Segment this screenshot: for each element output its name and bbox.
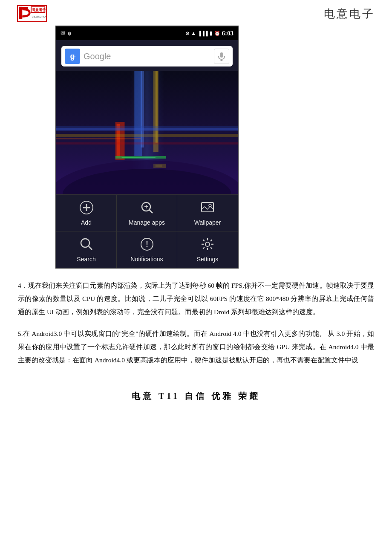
notifications-label: Notifications bbox=[130, 256, 163, 263]
logo-box: 電意電子 D.E.ELECTRONICS bbox=[17, 5, 47, 22]
status-time: 6:03 bbox=[222, 30, 234, 37]
svg-text:電意電子: 電意電子 bbox=[32, 8, 46, 12]
paragraph-2-text: 5.在 Android3.0 中可以实现窗口的"完全"的硬件加速绘制。而在 An… bbox=[18, 330, 374, 364]
status-left: ✉ ψ bbox=[61, 30, 71, 37]
add-label: Add bbox=[81, 219, 92, 226]
wallpaper-button[interactable]: Wallpaper bbox=[177, 195, 238, 231]
settings-label: Settings bbox=[197, 256, 219, 263]
google-search-bar[interactable]: g Google bbox=[61, 46, 233, 66]
notifications-icon: ! bbox=[140, 237, 154, 253]
wallpaper-area bbox=[56, 71, 238, 194]
svg-text:!: ! bbox=[146, 240, 148, 249]
svg-rect-29 bbox=[56, 138, 141, 139]
svg-line-40 bbox=[89, 246, 92, 250]
svg-rect-37 bbox=[202, 202, 213, 212]
svg-rect-8 bbox=[220, 52, 223, 58]
search-area: g Google bbox=[56, 40, 238, 71]
google-search-placeholder: Google bbox=[84, 52, 210, 61]
wallpaper-icon bbox=[201, 201, 214, 217]
svg-point-39 bbox=[81, 239, 89, 247]
alarm-icon: ⏰ bbox=[214, 31, 220, 36]
paragraph-1: 4．现在我们来关注窗口元素的内部渲染，实际上为了达到每秒 60 帧的 FPS,你… bbox=[18, 279, 374, 318]
manage-apps-button[interactable]: Manage apps bbox=[117, 195, 177, 231]
manage-apps-icon bbox=[140, 201, 154, 217]
svg-text:D.E.ELECTRONICS: D.E.ELECTRONICS bbox=[32, 16, 46, 18]
svg-rect-25 bbox=[130, 71, 164, 169]
add-button[interactable]: Add bbox=[56, 195, 117, 231]
add-icon bbox=[80, 201, 93, 217]
paragraph-1-text: 4．现在我们来关注窗口元素的内部渲染，实际上为了达到每秒 60 帧的 FPS,你… bbox=[18, 282, 374, 315]
wallpaper-label: Wallpaper bbox=[194, 219, 221, 226]
grid-row-2: Search ! Notifications Settings bbox=[56, 231, 238, 268]
brand-title: 电意电子 bbox=[324, 6, 375, 21]
main-content: 4．现在我们来关注窗口元素的内部渲染，实际上为了达到每秒 60 帧的 FPS,你… bbox=[0, 269, 392, 384]
phone-screenshot: ✉ ψ ⊘ ▲ ▐▐▐ ▮ ⏰ 6:03 g Google bbox=[55, 26, 239, 269]
email-icon: ✉ bbox=[61, 30, 65, 37]
page-header: 電意電子 D.E.ELECTRONICS 电意电子 bbox=[0, 0, 392, 26]
notifications-button[interactable]: ! Notifications bbox=[117, 231, 177, 268]
battery-icon: ▮ bbox=[210, 30, 213, 37]
svg-point-43 bbox=[205, 242, 210, 246]
manage-apps-label: Manage apps bbox=[129, 219, 165, 226]
status-right: ⊘ ▲ ▐▐▐ ▮ ⏰ 6:03 bbox=[185, 30, 233, 37]
svg-rect-26 bbox=[56, 142, 238, 145]
mic-icon[interactable] bbox=[214, 49, 229, 64]
status-bar: ✉ ψ ⊘ ▲ ▐▐▐ ▮ ⏰ 6:03 bbox=[56, 26, 238, 40]
settings-button[interactable]: Settings bbox=[177, 231, 238, 268]
google-g-icon: g bbox=[65, 49, 80, 64]
grid-row-1: Add Manage apps Wallpaper bbox=[56, 194, 238, 231]
signal-icon: ⊘ bbox=[185, 31, 189, 36]
search-button[interactable]: Search bbox=[56, 231, 117, 268]
paragraph-2: 5.在 Android3.0 中可以实现窗口的"完全"的硬件加速绘制。而在 An… bbox=[18, 327, 374, 367]
footer-text: 电意 T11 自信 优雅 荣耀 bbox=[132, 391, 260, 401]
search-label: Search bbox=[77, 256, 95, 263]
svg-line-34 bbox=[149, 210, 153, 213]
usb-icon: ψ bbox=[68, 30, 71, 37]
search-icon bbox=[80, 237, 93, 253]
settings-icon bbox=[201, 237, 214, 253]
page-footer: 电意 T11 自信 优雅 荣耀 bbox=[0, 384, 392, 410]
bars-icon: ▐▐▐ bbox=[198, 31, 208, 36]
wifi-icon: ▲ bbox=[191, 30, 196, 37]
logo-area: 電意電子 D.E.ELECTRONICS bbox=[17, 5, 47, 22]
